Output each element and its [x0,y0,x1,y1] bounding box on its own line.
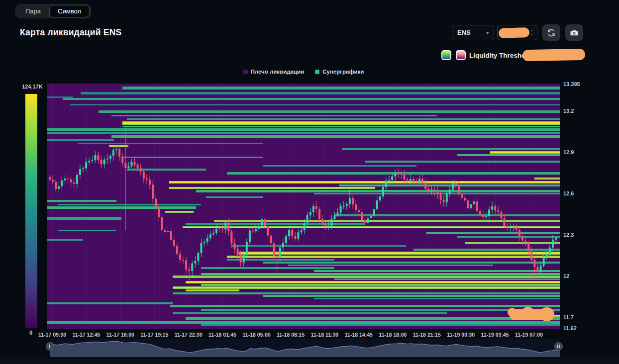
legend-label: Суперграфики [322,69,364,75]
time-tick-label: 11-18 11:30 [311,332,338,338]
price-tick-label: 12 [563,273,569,279]
time-tick-label: 11-18 14:45 [345,332,373,338]
legend-item-leverage[interactable]: Плечо ликвидации [243,69,305,75]
navigator-handle-left[interactable] [46,342,54,351]
redaction-stepper-value [499,27,530,38]
time-tick-label: 11-18 05:00 [243,332,271,338]
viridis-colormap-swatch[interactable] [441,50,451,60]
price-tick-label: 11.62 [563,325,577,331]
colorbar-max-label: 124.17K [22,84,43,90]
time-tick-label: 11-18 08:15 [277,332,305,338]
liquidation-map-app: Пара Символ Карта ликвидаций ENS ENS ▾ ⌃… [0,0,619,364]
refresh-button[interactable] [542,24,560,41]
navigator-track[interactable] [50,339,560,357]
price-tick-label: 13.395 [563,81,580,87]
symbol-select[interactable]: ENS ▾ [452,25,494,40]
price-tick-label: 12.3 [563,232,574,238]
tab-pair[interactable]: Пара [17,5,49,17]
price-tick-label: 11.7 [563,314,574,320]
colorbar [25,94,37,328]
time-tick-label: 11-17 19:15 [140,332,168,338]
price-tick-label: 12.6 [563,190,574,196]
time-tick-label: 11-18 18:00 [379,332,407,338]
screenshot-button[interactable] [565,24,583,41]
legend-label: Плечо ликвидации [251,69,305,75]
stepper-arrows-icon[interactable]: ⌃⌄ [530,30,533,35]
symbol-select-value: ENS [457,29,471,36]
plot-area[interactable] [47,84,560,329]
refresh-icon [547,28,556,37]
redaction-threshold-value [522,49,585,61]
colorbar-min-label: 0 [29,330,32,336]
time-tick-label: 11-17 09:30 [38,332,66,338]
view-mode-tabs: Пара Символ [15,4,91,18]
time-tick-label: 11-18 21:15 [413,332,441,338]
legend-item-supercharts[interactable]: Суперграфики [315,69,364,75]
legend-swatch-purple [243,70,248,74]
bottom-strip [0,359,619,364]
camera-icon [570,28,579,37]
time-tick-label: 11-17 22:30 [175,332,203,338]
price-tick-label: 13.2 [563,108,574,114]
time-tick-label: 11-19 07:00 [515,332,543,338]
chevron-down-icon: ▾ [486,30,489,35]
time-tick-label: 11-17 16:00 [106,332,134,338]
time-tick-label: 11-18 01:45 [208,332,236,338]
time-tick-label: 11-17 12:45 [72,332,100,338]
time-tick-label: 11-19 00:30 [447,332,475,338]
time-tick-label: 11-19 03:45 [481,332,509,338]
chart-legend: Плечо ликвидации Суперграфики [47,69,560,75]
page-title: Карта ликвидаций ENS [20,27,121,38]
navigator-handle-right[interactable] [554,342,563,351]
price-tick-label: 12.9 [563,149,574,155]
redaction-chart-watermark [510,309,553,320]
magma-colormap-swatch[interactable] [456,50,466,60]
navigator-area-chart [50,339,560,357]
candlestick-layer [47,84,560,329]
tab-symbol[interactable]: Символ [49,5,90,17]
legend-swatch-green [315,70,319,74]
